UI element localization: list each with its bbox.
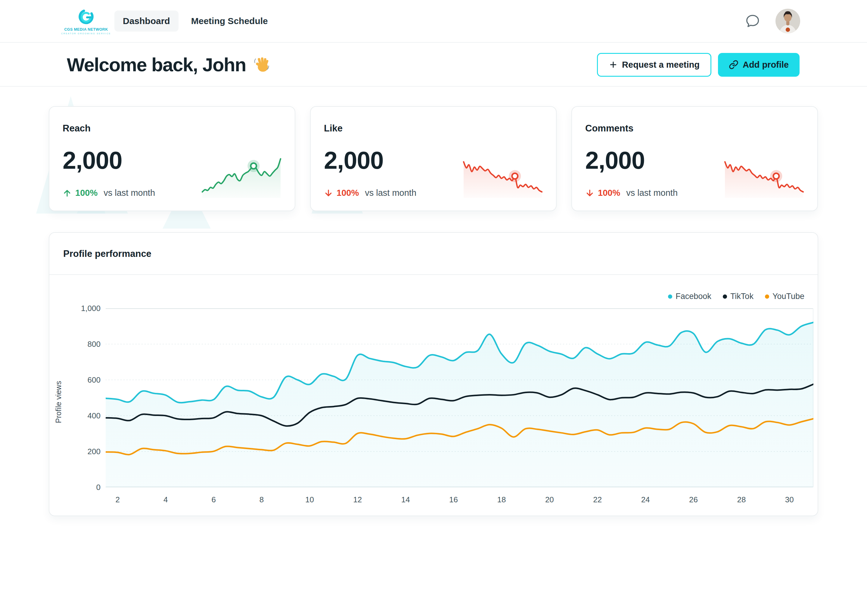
brand-tagline: CREATOR GROOMING SERVICE: [61, 33, 111, 35]
legend-label: YouTube: [772, 292, 804, 301]
x-tick-label: 24: [641, 495, 650, 504]
x-axis-ticks: 24681012141618202224262830: [106, 495, 813, 507]
welcome-bar: Welcome back, John Request a meeting: [0, 43, 867, 86]
stat-title: Comments: [585, 123, 804, 134]
reach-sparkline: [202, 154, 282, 198]
stat-caption: vs last month: [626, 188, 678, 198]
stat-percent: 100%: [75, 188, 98, 198]
brand-logo[interactable]: CGS MEDIA NETWORK CREATOR GROOMING SERVI…: [68, 8, 104, 35]
x-tick-label: 8: [260, 495, 264, 504]
stat-card-comments[interactable]: Comments 2,000 100% vs last month: [571, 106, 818, 211]
x-tick-label: 22: [593, 495, 602, 504]
stat-percent: 100%: [337, 188, 359, 198]
x-tick-label: 4: [164, 495, 168, 504]
request-meeting-label: Request a meeting: [622, 60, 700, 70]
avatar[interactable]: [776, 9, 800, 33]
stat-caption: vs last month: [365, 188, 416, 198]
x-tick-label: 26: [689, 495, 698, 504]
x-tick-label: 30: [785, 495, 794, 504]
x-tick-label: 2: [116, 495, 120, 504]
y-tick-label: 400: [88, 411, 101, 421]
comments-sparkline: [724, 154, 804, 198]
add-profile-button[interactable]: Add profile: [718, 53, 799, 77]
chart-legend: FacebookTikTokYouTube: [668, 292, 804, 301]
x-tick-label: 6: [211, 495, 216, 504]
stat-card-like[interactable]: Like 2,000 100% vs last month: [310, 106, 556, 211]
chat-icon: [745, 14, 760, 28]
stat-card-reach[interactable]: Reach 2,000 100% vs last month: [49, 106, 295, 211]
legend-dot: [668, 294, 672, 299]
stat-cards-row: Reach 2,000 100% vs last month Like 2,00…: [49, 106, 818, 211]
profile-performance-card: Profile performance FacebookTikTokYouTub…: [49, 232, 818, 516]
arrow-up-icon: [63, 189, 72, 198]
arrow-down-icon: [585, 189, 594, 198]
y-axis-ticks: 1,0008006004002000: [49, 308, 101, 487]
legend-dot: [765, 294, 769, 299]
x-tick-label: 10: [305, 495, 314, 504]
welcome-text: Welcome back, John: [67, 54, 246, 75]
stat-delta: 100% vs last month: [585, 188, 678, 198]
link-icon: [729, 60, 738, 69]
avatar-image: [776, 9, 800, 33]
stat-title: Reach: [63, 123, 281, 134]
waving-hand-emoji: [252, 56, 270, 73]
brand-logo-icon: [76, 8, 96, 27]
stat-title: Like: [324, 123, 542, 134]
x-tick-label: 12: [353, 495, 362, 504]
legend-label: TikTok: [730, 292, 754, 301]
legend-item-youtube[interactable]: YouTube: [765, 292, 804, 301]
legend-label: Facebook: [676, 292, 711, 301]
plus-icon: [609, 60, 618, 69]
stat-percent: 100%: [598, 188, 620, 198]
y-tick-label: 0: [96, 483, 101, 492]
chart-title: Profile performance: [63, 248, 151, 259]
y-tick-label: 800: [88, 339, 101, 349]
profile-performance-chart[interactable]: [106, 308, 813, 487]
divider: [49, 274, 818, 275]
x-tick-label: 14: [401, 495, 410, 504]
tab-meeting-schedule[interactable]: Meeting Schedule: [183, 11, 276, 31]
x-tick-label: 16: [449, 495, 458, 504]
stat-delta: 100% vs last month: [324, 188, 416, 198]
arrow-down-icon: [324, 189, 333, 198]
top-nav: CGS MEDIA NETWORK CREATOR GROOMING SERVI…: [0, 0, 867, 43]
stat-delta: 100% vs last month: [63, 188, 155, 198]
brand-name: CGS MEDIA NETWORK: [64, 27, 108, 31]
y-tick-label: 200: [88, 447, 101, 456]
y-tick-label: 1,000: [81, 304, 101, 313]
page-title: Welcome back, John: [67, 54, 270, 75]
legend-item-facebook[interactable]: Facebook: [668, 292, 711, 301]
x-tick-label: 28: [737, 495, 746, 504]
stat-caption: vs last month: [104, 188, 155, 198]
y-tick-label: 600: [88, 376, 101, 385]
like-sparkline: [463, 154, 543, 198]
x-tick-label: 20: [545, 495, 554, 504]
chat-button[interactable]: [745, 14, 760, 28]
x-tick-label: 18: [497, 495, 506, 504]
tab-dashboard[interactable]: Dashboard: [114, 11, 178, 31]
add-profile-label: Add profile: [742, 60, 789, 70]
main-nav: Dashboard Meeting Schedule: [114, 11, 276, 31]
request-meeting-button[interactable]: Request a meeting: [597, 53, 711, 77]
legend-dot: [723, 294, 727, 299]
legend-item-tiktok[interactable]: TikTok: [723, 292, 754, 301]
